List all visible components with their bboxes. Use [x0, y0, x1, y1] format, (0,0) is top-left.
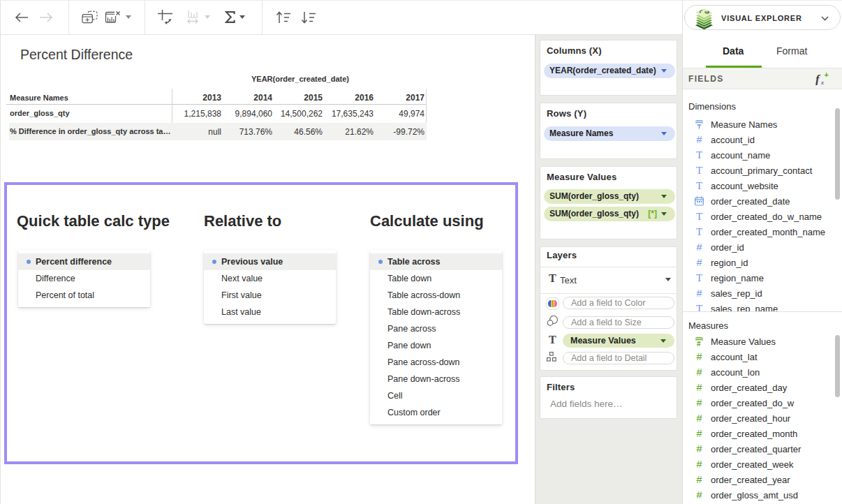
- svg-text:x: x: [820, 79, 824, 85]
- svg-text:+: +: [825, 71, 829, 79]
- svg-text:f: f: [815, 73, 821, 85]
- svg-text:#: #: [697, 340, 701, 347]
